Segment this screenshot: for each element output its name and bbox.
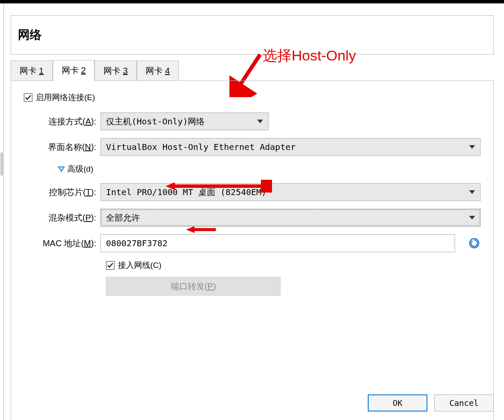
advanced-toggle[interactable]: 高级(d): [58, 164, 481, 175]
adapter-type-row: 控制芯片(T): Intel PRO/1000 MT 桌面 (82540EM): [24, 183, 481, 201]
adapter-type-label: 控制芯片(T):: [24, 187, 100, 198]
chevron-down-icon: [469, 213, 475, 223]
svg-marker-3: [469, 145, 475, 149]
cable-connected-row: 接入网线(C): [106, 260, 481, 271]
tab-adapter-2[interactable]: 网卡 2: [53, 60, 95, 81]
interface-name-row: 界面名称(N): VirtualBox Host-Only Ethernet A…: [24, 138, 481, 156]
promiscuous-row: 混杂模式(P): 全部允许: [24, 209, 481, 227]
enable-adapter-checkbox[interactable]: [24, 93, 32, 102]
mac-address-input[interactable]: 080027BF3782: [100, 234, 455, 252]
ok-button[interactable]: OK: [368, 394, 427, 411]
refresh-icon: [469, 238, 480, 249]
tab-adapter-3[interactable]: 网卡 3: [94, 60, 137, 81]
attach-row: 连接方式(A): 仅主机(Host-Only)网络: [24, 112, 481, 130]
attach-dropdown[interactable]: 仅主机(Host-Only)网络: [100, 112, 269, 130]
attach-value: 仅主机(Host-Only)网络: [106, 116, 205, 127]
promiscuous-value: 全部允许: [106, 212, 140, 224]
mac-row: MAC 地址(M): 080027BF3782: [24, 234, 481, 252]
chevron-down-icon: [469, 187, 475, 197]
check-icon: [107, 262, 114, 269]
interface-name-dropdown[interactable]: VirtualBox Host-Only Ethernet Adapter: [100, 138, 481, 156]
svg-marker-2: [257, 120, 263, 123]
left-stub: [0, 152, 4, 175]
tab-content: 启用网络连接(E) 连接方式(A): 仅主机(Host-Only)网络 界面名称…: [11, 81, 494, 420]
main-panel: 网络 选择Host-Only 网卡 1 网卡 2 网卡 3 网卡 4 启用: [3, 3, 501, 420]
tab-adapter-4[interactable]: 网卡 4: [137, 60, 179, 81]
promiscuous-label: 混杂模式(P):: [24, 212, 100, 224]
adapter-type-dropdown[interactable]: Intel PRO/1000 MT 桌面 (82540EM): [100, 183, 481, 201]
page-title: 网络: [11, 15, 494, 55]
enable-adapter-label: 启用网络连接(E): [36, 92, 95, 103]
promiscuous-dropdown[interactable]: 全部允许: [100, 209, 481, 227]
svg-marker-6: [469, 190, 475, 194]
cable-connected-label: 接入网线(C): [118, 260, 161, 271]
tab-adapter-1[interactable]: 网卡 1: [11, 60, 53, 81]
port-forwarding-button: 端口转发(P): [106, 277, 281, 296]
chevron-down-icon: [469, 142, 475, 152]
advanced-label: 高级(d): [67, 164, 93, 175]
check-icon: [25, 94, 32, 101]
svg-marker-5: [58, 167, 64, 172]
cancel-button[interactable]: Cancel: [434, 394, 494, 411]
cable-connected-checkbox[interactable]: [106, 261, 115, 270]
expand-down-icon: [58, 166, 65, 173]
refresh-mac-button[interactable]: [468, 237, 481, 250]
top-bar: [0, 0, 504, 3]
interface-name-label: 界面名称(N):: [24, 141, 100, 153]
adapter-type-value: Intel PRO/1000 MT 桌面 (82540EM): [106, 187, 266, 198]
tabs-row: 网卡 1 网卡 2 网卡 3 网卡 4: [11, 60, 494, 81]
page-title-text: 网络: [18, 28, 42, 41]
footer-buttons: OK Cancel: [368, 394, 494, 411]
svg-marker-7: [469, 216, 475, 219]
mac-label: MAC 地址(M):: [24, 238, 100, 249]
attach-label: 连接方式(A):: [24, 116, 100, 127]
interface-name-value: VirtualBox Host-Only Ethernet Adapter: [106, 142, 296, 152]
enable-adapter-row: 启用网络连接(E): [24, 92, 481, 103]
chevron-down-icon: [257, 116, 263, 127]
